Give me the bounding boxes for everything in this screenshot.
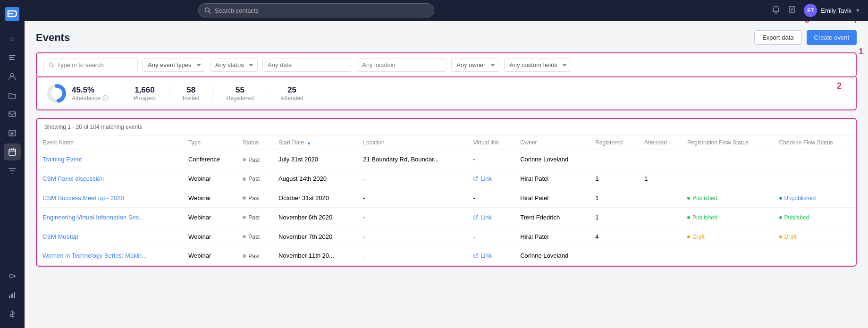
cell-status: Past [237, 227, 273, 246]
cell-attended [639, 188, 682, 208]
cell-location: - [357, 188, 467, 208]
global-search-bar[interactable] [198, 3, 434, 17]
event-types-filter[interactable]: Any event types [143, 58, 205, 72]
sidebar-people[interactable] [4, 68, 21, 85]
svg-rect-10 [9, 149, 16, 155]
custom-fields-filter[interactable]: Any custom fields [504, 58, 571, 72]
cell-virtual-link: Link [467, 169, 514, 188]
event-name-link[interactable]: Engineering Virtual Information Ses... [42, 214, 144, 221]
event-name-link[interactable]: Training Event [42, 156, 82, 163]
create-event-button[interactable]: Create event [807, 30, 857, 45]
book-icon[interactable] [788, 5, 796, 16]
filter-bar: 1 Any event types Any status Any owner A… [36, 52, 857, 77]
sidebar-calendar[interactable] [4, 143, 21, 160]
event-search-input[interactable] [57, 61, 133, 68]
attended-label: Attended [280, 95, 303, 101]
cell-registered [590, 150, 639, 169]
owner-filter[interactable]: Any owner [451, 58, 499, 72]
user-chevron-icon: ▼ [855, 8, 860, 13]
cell-checkin-flow: Unpublished [774, 188, 856, 208]
invited-label: Invited [183, 95, 199, 101]
cell-owner: Hiral Patel [514, 169, 590, 188]
col-attended[interactable]: Attended [639, 135, 682, 150]
sidebar-folder[interactable] [4, 87, 21, 104]
cell-registered [590, 246, 639, 266]
cell-start-date: November 6th 2020 [273, 208, 357, 227]
attended-stat: 25 Attended [267, 85, 316, 101]
user-avatar: ET [804, 4, 817, 17]
sidebar-analytics[interactable] [4, 286, 21, 303]
cell-start-date: August 14th 2020 [273, 169, 357, 188]
global-search-input[interactable] [215, 7, 428, 14]
sidebar-filter[interactable] [4, 162, 21, 179]
event-name-link[interactable]: CSM Meetup [42, 233, 78, 240]
events-table-section: 3 Showing 1 - 20 of 104 matching events … [36, 118, 857, 267]
attendance-stat: 45.5% Attendance ? [46, 83, 120, 104]
col-location[interactable]: Location [357, 135, 467, 150]
checkin-flow-badge: Published [779, 214, 809, 221]
col-checkin-flow[interactable]: Check-In Flow Status [774, 135, 856, 150]
annotation-2: 2 [837, 81, 842, 91]
event-name-link[interactable]: CSM Panel discussion [42, 175, 104, 182]
cell-event-name: Engineering Virtual Information Ses... [37, 208, 183, 227]
cell-owner: Trent Friedrich [514, 208, 590, 227]
cell-attended: 1 [639, 169, 682, 188]
cell-start-date: November 7th 2020 [273, 227, 357, 246]
col-status[interactable]: Status [237, 135, 273, 150]
sidebar-list[interactable] [4, 125, 21, 142]
svg-rect-14 [9, 295, 10, 298]
table-row: CSM Meetup Webinar Past November 7th 202… [37, 227, 856, 246]
search-icon [49, 62, 54, 68]
user-menu[interactable]: ET Emily Tavik ▼ [804, 4, 860, 17]
event-name-link[interactable]: CSM Success Meet up - 2020 [42, 194, 124, 202]
table-row: Engineering Virtual Information Ses... W… [37, 208, 856, 227]
cell-type: Webinar [183, 246, 237, 266]
col-registered[interactable]: Registered [590, 135, 639, 150]
cell-status: Past [237, 208, 273, 227]
sidebar-home[interactable]: ⌂ [4, 30, 21, 47]
col-event-name[interactable]: Event Name [37, 135, 183, 150]
event-search-field[interactable] [43, 59, 138, 71]
prospect-stat: 1,660 Prospect [120, 85, 169, 101]
virtual-link[interactable]: Link [473, 175, 509, 182]
cell-event-name: Women in Technology Series: Makin... [37, 246, 183, 266]
sidebar-feed[interactable] [4, 49, 21, 66]
svg-point-13 [9, 274, 13, 278]
cell-virtual-link: - [467, 227, 514, 246]
date-filter[interactable] [262, 58, 352, 72]
event-name-link[interactable]: Women in Technology Series: Makin... [42, 252, 147, 259]
status-filter[interactable]: Any status [210, 58, 258, 72]
cell-event-name: CSM Meetup [37, 227, 183, 246]
col-owner[interactable]: Owner [514, 135, 590, 150]
col-start-date[interactable]: Start Date ▲ [273, 135, 357, 150]
cell-owner: Hiral Patel [514, 188, 590, 208]
topnav-right: ET Emily Tavik ▼ [772, 4, 860, 17]
beamery-logo[interactable] [4, 6, 21, 23]
cell-checkin-flow: Draft [774, 227, 856, 246]
virtual-link[interactable]: Link [473, 252, 509, 259]
export-data-button[interactable]: Export data [754, 30, 802, 45]
sidebar-key[interactable] [4, 268, 21, 285]
search-icon [204, 7, 211, 14]
prospect-label: Prospect [134, 95, 156, 101]
sidebar-mail[interactable] [4, 106, 21, 123]
main-area: ET Emily Tavik ▼ Events 5 4 Export data … [25, 0, 868, 328]
location-filter[interactable] [357, 58, 447, 72]
cell-checkin-flow [774, 246, 856, 266]
cell-reg-flow: Draft [682, 227, 774, 246]
col-type[interactable]: Type [183, 135, 237, 150]
svg-rect-11 [11, 148, 12, 150]
cell-event-name: CSM Panel discussion [37, 169, 183, 188]
col-reg-flow[interactable]: Registration Flow Status [682, 135, 774, 150]
invited-count: 58 [183, 85, 199, 95]
user-name-label: Emily Tavik [821, 7, 851, 14]
table-meta-text: Showing 1 - 20 of 104 matching events [37, 119, 856, 135]
cell-start-date: July 31st 2020 [273, 150, 357, 169]
virtual-link[interactable]: Link [473, 214, 509, 221]
cell-attended [639, 227, 682, 246]
sidebar-dollar[interactable] [4, 305, 21, 322]
events-table: Event Name Type Status Start Date ▲ Loca… [37, 135, 856, 266]
notification-icon[interactable] [772, 5, 780, 16]
col-virtual-link[interactable]: Virtual link [467, 135, 514, 150]
cell-attended [639, 208, 682, 227]
